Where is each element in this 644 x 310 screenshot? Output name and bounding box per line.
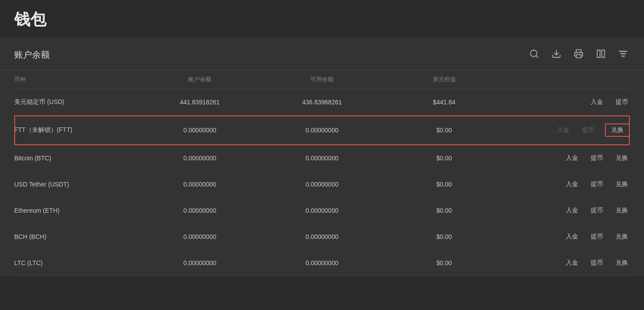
header-currency: 币种	[14, 76, 139, 83]
main-content: 账户余额	[0, 38, 644, 276]
section-title: 账户余额	[14, 49, 50, 61]
available-cell: 0.00000000	[261, 127, 383, 134]
table-row: BCH (BCH) 0.00000000 0.00000000 $0.00 入金…	[14, 224, 630, 250]
table-row: Ethereum (ETH) 0.00000000 0.00000000 $0.…	[14, 198, 630, 224]
svg-rect-4	[597, 50, 600, 58]
table-body: 美元稳定币 (USD) 441.83918261 436.83968261 $4…	[14, 89, 630, 276]
svg-rect-5	[602, 50, 604, 58]
available-cell: 0.00000000	[261, 207, 383, 214]
exchange-button[interactable]: 兑换	[605, 123, 630, 137]
balance-cell: 0.00000000	[139, 233, 261, 240]
table-row: Bitcoin (BTC) 0.00000000 0.00000000 $0.0…	[14, 145, 630, 171]
actions-cell: 入金 提币 兑换	[505, 232, 630, 242]
withdraw-button[interactable]: 提币	[614, 97, 630, 107]
available-cell: 0.00000000	[261, 181, 383, 188]
deposit-button[interactable]: 入金	[564, 232, 580, 242]
deposit-button[interactable]: 入金	[564, 206, 580, 215]
table-row: LTC (LTC) 0.00000000 0.00000000 $0.00 入金…	[14, 250, 630, 276]
print-icon[interactable]	[572, 47, 585, 63]
table-header-row: 币种 账户余额 可用余额 美元价值	[14, 70, 630, 89]
columns-icon[interactable]	[594, 47, 608, 63]
usd-value-cell: $0.00	[383, 207, 505, 214]
balance-cell: 0.00000000	[139, 259, 261, 266]
available-cell: 436.83968261	[261, 99, 383, 106]
currency-cell: USD Tether (USDT)	[14, 181, 139, 188]
usd-value-cell: $0.00	[383, 155, 505, 162]
actions-cell: 入金 提币 兑换	[505, 179, 630, 189]
withdraw-button: 提币	[580, 125, 596, 135]
actions-cell: 入金 提币 兑换	[505, 206, 630, 215]
toolbar-icons	[527, 47, 630, 63]
table-row: USD Tether (USDT) 0.00000000 0.00000000 …	[14, 171, 630, 198]
download-icon[interactable]	[550, 47, 563, 63]
section-header: 账户余额	[0, 38, 644, 70]
exchange-button[interactable]: 兑换	[614, 258, 630, 268]
usd-value-cell: $0.00	[383, 259, 505, 266]
currency-cell: BCH (BCH)	[14, 233, 139, 240]
withdraw-button[interactable]: 提币	[589, 232, 605, 242]
exchange-button[interactable]: 兑换	[614, 179, 630, 189]
deposit-button[interactable]: 入金	[564, 258, 580, 268]
svg-line-1	[536, 56, 538, 57]
table-row: FTT（未解锁）(FTT) 0.00000000 0.00000000 $0.0…	[14, 115, 630, 145]
balance-cell: 0.00000000	[139, 127, 261, 134]
svg-rect-3	[576, 55, 581, 58]
actions-cell: 入金 提币 兑换	[505, 153, 630, 163]
available-cell: 0.00000000	[261, 259, 383, 266]
balance-cell: 441.83918261	[139, 99, 261, 106]
currency-cell: Bitcoin (BTC)	[14, 155, 139, 162]
filter-icon[interactable]	[616, 47, 630, 63]
actions-cell: 入金 提币 兑换	[505, 123, 630, 137]
currency-cell: LTC (LTC)	[14, 259, 139, 266]
actions-cell: 入金 提币 兑换	[505, 258, 630, 268]
withdraw-button[interactable]: 提币	[589, 206, 605, 215]
exchange-button[interactable]: 兑换	[614, 206, 630, 215]
usd-value-cell: $0.00	[383, 127, 505, 134]
balance-cell: 0.00000000	[139, 207, 261, 214]
page-title: 钱包	[14, 9, 630, 31]
usd-value-cell: $0.00	[383, 181, 505, 188]
deposit-button: 入金	[555, 125, 571, 135]
withdraw-button[interactable]: 提币	[589, 179, 605, 189]
header-balance: 账户余额	[139, 76, 261, 83]
available-cell: 0.00000000	[261, 233, 383, 240]
header-usd-value: 美元价值	[383, 76, 505, 83]
currency-cell: FTT（未解锁）(FTT)	[14, 126, 139, 134]
currency-cell: 美元稳定币 (USD)	[14, 98, 139, 106]
header-available: 可用余额	[261, 76, 383, 83]
balance-cell: 0.00000000	[139, 155, 261, 162]
currency-cell: Ethereum (ETH)	[14, 207, 139, 214]
actions-cell: 入金 提币	[505, 97, 630, 107]
usd-value-cell: $0.00	[383, 233, 505, 240]
balance-table: 币种 账户余额 可用余额 美元价值 美元稳定币 (USD) 441.839182…	[0, 70, 644, 276]
header-actions	[505, 76, 630, 83]
deposit-button[interactable]: 入金	[589, 97, 605, 107]
withdraw-button[interactable]: 提币	[589, 258, 605, 268]
page-header: 钱包	[0, 0, 644, 38]
exchange-button[interactable]: 兑换	[614, 232, 630, 242]
deposit-button[interactable]: 入金	[564, 179, 580, 189]
withdraw-button[interactable]: 提币	[589, 153, 605, 163]
exchange-button[interactable]: 兑换	[614, 153, 630, 163]
table-row: 美元稳定币 (USD) 441.83918261 436.83968261 $4…	[14, 89, 630, 115]
available-cell: 0.00000000	[261, 155, 383, 162]
balance-cell: 0.00000000	[139, 181, 261, 188]
search-icon[interactable]	[527, 47, 541, 63]
deposit-button[interactable]: 入金	[564, 153, 580, 163]
usd-value-cell: $441.84	[383, 99, 505, 106]
